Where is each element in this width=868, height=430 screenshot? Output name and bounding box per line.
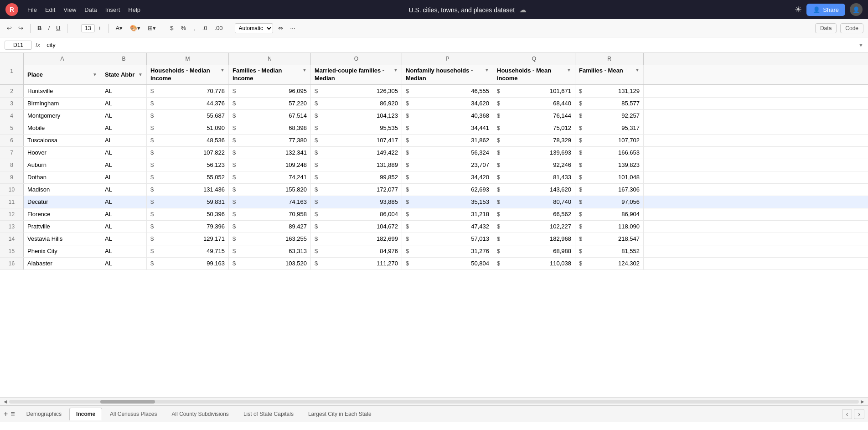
cell-place-16[interactable]: Alabaster — [24, 258, 101, 269]
cell-m-8[interactable]: $ 56,123 — [147, 159, 229, 171]
cell-o-11[interactable]: $ 93,885 — [311, 196, 402, 208]
filter-icon-a[interactable]: ▼ — [93, 72, 97, 77]
cell-n-3[interactable]: $ 57,220 — [229, 98, 311, 109]
cell-p-11[interactable]: $ 35,153 — [402, 196, 493, 208]
cell-p-7[interactable]: $ 56,324 — [402, 147, 493, 159]
cell-state-8[interactable]: AL — [101, 159, 147, 171]
cell-place-14[interactable]: Vestavia Hills — [24, 233, 101, 245]
share-button[interactable]: 👤 Share — [806, 4, 845, 16]
cell-n-2[interactable]: $ 96,095 — [229, 85, 311, 97]
cell-m-7[interactable]: $ 107,822 — [147, 147, 229, 159]
cell-state-13[interactable]: AL — [101, 221, 147, 233]
header-state[interactable]: State Abbr ▼ — [101, 65, 147, 84]
table-row[interactable]: 2 Huntsville AL $ 70,778 $ 96,095 $ 126,… — [0, 85, 868, 98]
header-n[interactable]: Families - Median income ▼ — [229, 65, 311, 84]
cell-place-3[interactable]: Birmingham — [24, 98, 101, 109]
percent-button[interactable]: % — [179, 23, 189, 33]
cell-q-13[interactable]: $ 102,227 — [493, 221, 575, 233]
filter-icon-n[interactable]: ▼ — [302, 67, 307, 73]
table-row[interactable]: 12 Florence AL $ 50,396 $ 70,958 $ 86,00… — [0, 208, 868, 221]
tab-demographics[interactable]: Demographics — [20, 408, 68, 420]
cell-state-5[interactable]: AL — [101, 122, 147, 134]
menu-data[interactable]: Data — [84, 6, 97, 13]
cell-place-15[interactable]: Phenix City — [24, 245, 101, 257]
cell-place-11[interactable]: Decatur — [24, 196, 101, 208]
cell-p-14[interactable]: $ 57,013 — [402, 233, 493, 245]
filter-icon-o[interactable]: ▼ — [393, 67, 398, 73]
conditional-format-button[interactable]: ⇔ — [276, 23, 285, 33]
filter-icon-q[interactable]: ▼ — [567, 67, 571, 73]
cell-m-9[interactable]: $ 55,052 — [147, 171, 229, 183]
menu-help[interactable]: Help — [128, 6, 140, 13]
data-button[interactable]: Data — [815, 23, 837, 33]
cell-n-8[interactable]: $ 109,248 — [229, 159, 311, 171]
undo-button[interactable]: ↩ — [5, 23, 14, 33]
cell-m-5[interactable]: $ 51,090 — [147, 122, 229, 134]
cell-p-13[interactable]: $ 47,432 — [402, 221, 493, 233]
cell-p-3[interactable]: $ 34,620 — [402, 98, 493, 109]
sheet-menu-button[interactable]: ≡ — [10, 410, 15, 418]
cell-r-13[interactable]: $ 118,090 — [575, 221, 644, 233]
text-color-button[interactable]: A▾ — [114, 23, 125, 33]
menu-edit[interactable]: Edit — [45, 6, 55, 13]
comma-button[interactable]: , — [191, 23, 197, 33]
cell-n-12[interactable]: $ 70,958 — [229, 208, 311, 220]
cell-m-12[interactable]: $ 50,396 — [147, 208, 229, 220]
cell-r-9[interactable]: $ 101,048 — [575, 171, 644, 183]
cell-q-16[interactable]: $ 110,038 — [493, 258, 575, 269]
cell-n-13[interactable]: $ 89,427 — [229, 221, 311, 233]
more-button[interactable]: ··· — [288, 23, 298, 33]
cell-q-9[interactable]: $ 81,433 — [493, 171, 575, 183]
menu-view[interactable]: View — [63, 6, 76, 13]
tab-income[interactable]: Income — [69, 408, 102, 420]
font-size-input[interactable]: 13 — [81, 24, 95, 32]
cell-o-13[interactable]: $ 104,672 — [311, 221, 402, 233]
cell-n-14[interactable]: $ 163,255 — [229, 233, 311, 245]
cell-state-4[interactable]: AL — [101, 110, 147, 122]
horizontal-scrollbar[interactable]: ◀ ▶ — [0, 397, 868, 405]
cell-o-2[interactable]: $ 126,305 — [311, 85, 402, 97]
cell-o-15[interactable]: $ 84,976 — [311, 245, 402, 257]
cell-m-10[interactable]: $ 131,436 — [147, 184, 229, 196]
cell-q-14[interactable]: $ 182,968 — [493, 233, 575, 245]
cell-n-9[interactable]: $ 74,241 — [229, 171, 311, 183]
cell-m-16[interactable]: $ 99,163 — [147, 258, 229, 269]
table-row[interactable]: 13 Prattville AL $ 79,396 $ 89,427 $ 104… — [0, 221, 868, 233]
cell-q-15[interactable]: $ 68,988 — [493, 245, 575, 257]
cell-q-6[interactable]: $ 78,329 — [493, 135, 575, 146]
table-row[interactable]: 15 Phenix City AL $ 49,715 $ 63,313 $ 84… — [0, 245, 868, 258]
decrease-decimals-button[interactable]: .0 — [200, 23, 210, 33]
scroll-left-arrow[interactable]: ◀ — [2, 399, 9, 404]
cell-n-7[interactable]: $ 132,341 — [229, 147, 311, 159]
scrollbar-track[interactable] — [9, 400, 859, 404]
redo-button[interactable]: ↪ — [16, 23, 26, 33]
cell-state-16[interactable]: AL — [101, 258, 147, 269]
cell-r-10[interactable]: $ 167,306 — [575, 184, 644, 196]
header-p[interactable]: Nonfamily households - Median ▼ — [402, 65, 493, 84]
cell-p-15[interactable]: $ 31,276 — [402, 245, 493, 257]
table-row[interactable]: 9 Dothan AL $ 55,052 $ 74,241 $ 99,852 $… — [0, 171, 868, 184]
cell-state-6[interactable]: AL — [101, 135, 147, 146]
col-header-o[interactable]: O — [311, 53, 402, 65]
cell-m-11[interactable]: $ 59,831 — [147, 196, 229, 208]
col-header-p[interactable]: P — [402, 53, 493, 65]
cell-m-14[interactable]: $ 129,171 — [147, 233, 229, 245]
cell-o-16[interactable]: $ 111,270 — [311, 258, 402, 269]
formula-input[interactable] — [44, 41, 855, 48]
cell-o-7[interactable]: $ 149,422 — [311, 147, 402, 159]
cell-place-4[interactable]: Montgomery — [24, 110, 101, 122]
cell-place-10[interactable]: Madison — [24, 184, 101, 196]
cell-m-6[interactable]: $ 48,536 — [147, 135, 229, 146]
cell-r-16[interactable]: $ 124,302 — [575, 258, 644, 269]
cell-r-12[interactable]: $ 86,904 — [575, 208, 644, 220]
cell-place-7[interactable]: Hoover — [24, 147, 101, 159]
cell-o-12[interactable]: $ 86,004 — [311, 208, 402, 220]
bold-button[interactable]: B — [35, 23, 44, 33]
menu-file[interactable]: File — [27, 6, 37, 13]
cell-p-6[interactable]: $ 31,862 — [402, 135, 493, 146]
cell-state-12[interactable]: AL — [101, 208, 147, 220]
cell-o-3[interactable]: $ 86,920 — [311, 98, 402, 109]
cell-m-13[interactable]: $ 79,396 — [147, 221, 229, 233]
col-header-m[interactable]: M — [147, 53, 229, 65]
header-r[interactable]: Families - Mean ▼ — [575, 65, 644, 84]
